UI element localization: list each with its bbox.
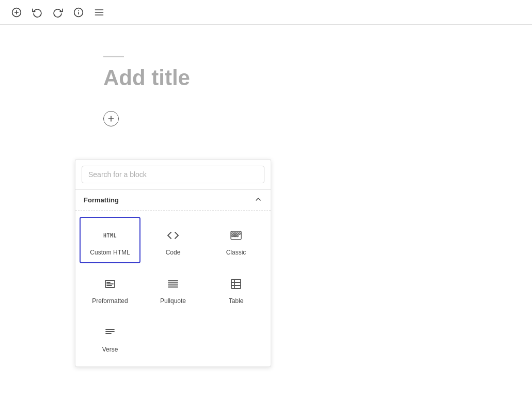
block-item-code[interactable]: Code: [143, 217, 204, 263]
redo-button[interactable]: [50, 4, 66, 21]
svg-rect-27: [231, 279, 241, 289]
block-item-custom-html[interactable]: HTML Custom HTML: [80, 217, 140, 263]
table-label: Table: [229, 297, 244, 305]
chevron-up-icon: [254, 195, 262, 205]
block-item-preformatted[interactable]: Preformatted: [80, 265, 140, 312]
svg-rect-15: [239, 233, 241, 234]
tools-button[interactable]: [91, 4, 107, 21]
block-item-classic[interactable]: Classic: [206, 217, 267, 263]
classic-label: Classic: [226, 249, 246, 256]
svg-rect-12: [232, 233, 233, 234]
blocks-grid: HTML Custom HTML Code: [75, 211, 271, 367]
page-title[interactable]: Add title: [103, 66, 429, 90]
block-item-verse[interactable]: Verse: [80, 314, 140, 360]
pullquote-label: Pullquote: [160, 297, 186, 305]
block-inserter-panel: Formatting HTML Custom HTML: [75, 159, 271, 367]
svg-rect-13: [234, 233, 236, 234]
info-button[interactable]: [70, 4, 87, 21]
code-icon: [164, 226, 182, 245]
svg-rect-18: [237, 235, 238, 237]
preformatted-icon: [101, 275, 119, 293]
table-icon: [227, 275, 245, 293]
formatting-section-label: Formatting: [84, 196, 119, 204]
formatting-section-header[interactable]: Formatting: [75, 190, 271, 211]
svg-rect-16: [232, 235, 233, 237]
verse-label: Verse: [102, 346, 118, 353]
add-block-button-inline[interactable]: [103, 111, 119, 126]
svg-rect-14: [237, 233, 238, 234]
block-search-section: [75, 160, 271, 190]
block-item-table[interactable]: Table: [206, 265, 267, 312]
block-search-input[interactable]: [82, 166, 264, 183]
add-block-button[interactable]: [8, 4, 25, 21]
title-rule: [103, 56, 124, 57]
svg-rect-17: [234, 235, 236, 237]
preformatted-label: Preformatted: [92, 297, 128, 305]
custom-html-icon: HTML: [101, 226, 119, 245]
toolbar: [0, 0, 532, 25]
block-item-pullquote[interactable]: Pullquote: [143, 265, 204, 312]
pullquote-icon: [164, 275, 182, 293]
custom-html-label: Custom HTML: [90, 249, 130, 256]
code-label: Code: [166, 249, 181, 256]
classic-icon: [227, 226, 245, 245]
page-content: Add title Formatting HTML: [0, 25, 532, 162]
verse-icon: [101, 323, 119, 342]
undo-button[interactable]: [29, 4, 45, 21]
